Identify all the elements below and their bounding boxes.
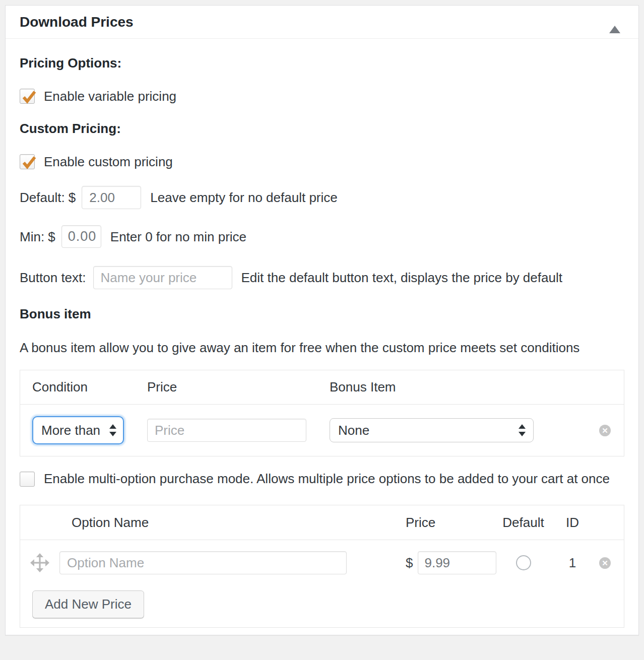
default-price-hint: Leave empty for no default price (150, 190, 337, 205)
select-spinner-icon (109, 423, 117, 437)
default-price-label: Default: $ (20, 190, 76, 205)
remove-option-icon[interactable]: ✕ (599, 557, 611, 569)
bonus-item-select-value: None (338, 423, 369, 438)
bonus-table-header: Condition Price Bonus Item (20, 370, 624, 405)
min-price-label: Min: $ (20, 229, 55, 244)
add-new-price-button[interactable]: Add New Price (32, 590, 144, 618)
bonus-item-column-header: Bonus Item (317, 379, 587, 395)
add-price-row: Add New Price (20, 574, 624, 627)
default-column-header: Default (490, 515, 556, 531)
metabox-title: Download Prices (20, 14, 134, 30)
min-price-input[interactable] (61, 225, 101, 248)
collapse-button[interactable] (605, 14, 624, 30)
option-price-input[interactable] (418, 551, 496, 574)
condition-select-value: More than (41, 423, 100, 438)
metabox-header: Download Prices (6, 6, 638, 39)
custom-pricing-checkbox[interactable] (20, 154, 35, 169)
variable-pricing-row: Enable variable pricing (20, 89, 624, 104)
bonus-item-description: A bonus item allow you to give away an i… (20, 340, 624, 356)
drag-handle[interactable] (20, 553, 59, 572)
button-text-input[interactable] (93, 266, 232, 289)
default-price-input[interactable] (82, 186, 141, 209)
select-spinner-icon (518, 423, 526, 437)
metabox-body: Pricing Options: Enable variable pricing… (6, 55, 638, 635)
option-name-input[interactable] (59, 551, 347, 574)
price-option-row: $ 1 ✕ (20, 540, 624, 574)
price-options-header: Option Name Price Default ID (20, 505, 624, 540)
price-column-header: Price (135, 379, 317, 395)
custom-pricing-enable-label: Enable custom pricing (44, 154, 173, 169)
min-price-row: Min: $ Enter 0 for no min price (20, 225, 624, 248)
bonus-item-table: Condition Price Bonus Item More than (20, 370, 624, 456)
custom-pricing-row: Enable custom pricing (20, 154, 624, 169)
min-price-hint: Enter 0 for no min price (110, 229, 246, 244)
condition-select[interactable]: More than (32, 416, 124, 444)
bonus-item-heading: Bonus item (20, 306, 624, 321)
triangle-up-icon (609, 18, 620, 33)
id-column-header: ID (556, 515, 589, 531)
condition-column-header: Condition (20, 379, 135, 395)
button-text-row: Button text: Edit the default button tex… (20, 266, 624, 289)
bonus-condition-row: More than None (20, 405, 624, 456)
move-icon (30, 553, 49, 572)
custom-pricing-label: Custom Pricing: (20, 121, 624, 136)
button-text-hint: Edit the default button text, displays t… (241, 270, 562, 285)
price-options-table: Option Name Price Default ID (20, 505, 624, 628)
checkmark-icon (21, 154, 38, 171)
download-prices-metabox: Download Prices Pricing Options: Enable … (5, 5, 639, 635)
option-name-column-header: Option Name (59, 515, 369, 531)
button-text-label: Button text: (20, 270, 86, 285)
default-price-radio[interactable] (516, 555, 531, 570)
remove-condition-icon[interactable]: ✕ (599, 425, 611, 436)
bonus-item-select[interactable]: None (330, 418, 534, 442)
option-id-value: 1 (556, 555, 589, 571)
checkmark-icon (21, 88, 38, 105)
variable-pricing-checkbox[interactable] (20, 89, 35, 104)
multi-option-label: Enable multi-option purchase mode. Allow… (44, 469, 610, 489)
default-price-row: Default: $ Leave empty for no default pr… (20, 186, 624, 209)
multi-option-checkbox[interactable] (20, 472, 35, 487)
variable-pricing-label: Enable variable pricing (44, 89, 176, 104)
currency-symbol: $ (406, 555, 413, 571)
price-column-header: Price (369, 515, 490, 531)
bonus-price-input[interactable] (147, 419, 306, 442)
pricing-options-label: Pricing Options: (20, 55, 624, 71)
multi-option-row: Enable multi-option purchase mode. Allow… (20, 472, 624, 489)
